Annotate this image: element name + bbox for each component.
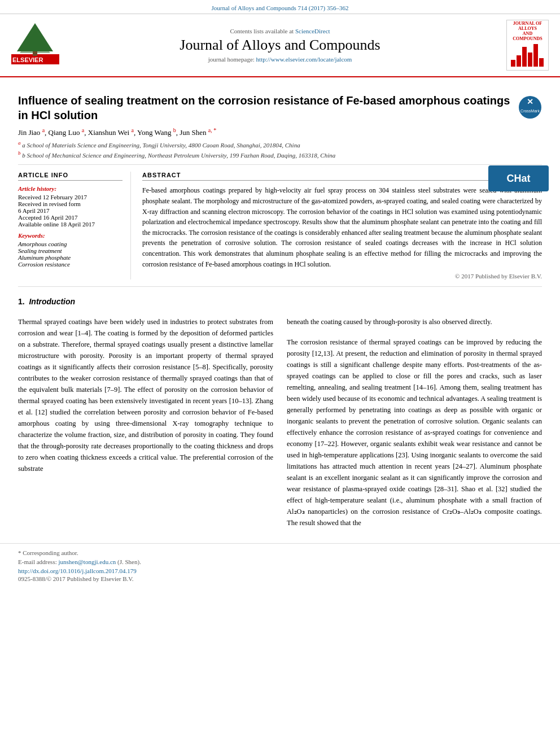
doi-link[interactable]: http://dx.doi.org/10.1016/j.jallcom.2017…: [18, 567, 542, 574]
intro-section: 1. Introduction Thermal sprayed coatings…: [18, 287, 542, 528]
available-date: Available online 18 April 2017: [18, 221, 123, 228]
contents-available: Contents lists available at ScienceDirec…: [62, 28, 498, 34]
main-content: Influence of sealing treatment on the co…: [0, 77, 560, 538]
crossmark-logo: ✕ CrossMark: [518, 95, 542, 119]
article-info: ARTICLE INFO Article history: Received 1…: [18, 172, 131, 279]
revised-date: 6 April 2017: [18, 207, 123, 214]
top-journal-bar: Journal of Alloys and Compounds 714 (201…: [0, 0, 560, 14]
issn-text: 0925-8388/© 2017 Published by Elsevier B…: [18, 575, 542, 582]
article-info-heading: ARTICLE INFO: [18, 172, 123, 181]
svg-text:✕: ✕: [527, 97, 533, 106]
journal-ref: Journal of Alloys and Compounds 714 (201…: [212, 5, 349, 11]
keywords-label: Keywords:: [18, 232, 123, 239]
bar1: [511, 60, 515, 67]
article-title: Influence of sealing treatment on the co…: [18, 93, 513, 123]
intro-text-col2-1: beneath the coating caused by through-po…: [287, 316, 542, 327]
article-title-text: Influence of sealing treatment on the co…: [18, 93, 513, 160]
journal-header: ELSEVIER Contents lists available at Sci…: [0, 14, 560, 77]
received-date: Received 12 February 2017: [18, 194, 123, 200]
keywords-section: Keywords: Amorphous coating Sealing trea…: [18, 232, 123, 268]
keyword-3: Aluminum phosphate: [18, 254, 123, 261]
intro-text-col2-2: The corrosion resistance of thermal spra…: [287, 337, 542, 528]
history-label: Article history:: [18, 185, 123, 192]
keyword-2: Sealing treatment: [18, 247, 123, 254]
section-header: 1. Introduction: [18, 297, 542, 306]
sciencedirect-link[interactable]: ScienceDirect: [295, 28, 330, 34]
keyword-1: Amorphous coating: [18, 241, 123, 247]
journal-logo-box: JOURNAL OF ALLOYS AND COMPOUNDS: [506, 20, 549, 71]
journal-center: Contents lists available at ScienceDirec…: [62, 28, 498, 63]
bar6: [539, 58, 544, 67]
svg-text:CrossMark: CrossMark: [520, 109, 540, 113]
intro-body: Thermal sprayed coatings have been widel…: [18, 309, 542, 528]
journal-title: Journal of Alloys and Compounds: [62, 37, 498, 54]
keyword-4: Corrosion resistance: [18, 261, 123, 268]
intro-col1: Thermal sprayed coatings have been widel…: [18, 316, 273, 528]
abstract-section: ABSTRACT Fe-based amorphous coatings pre…: [142, 172, 542, 279]
accepted-date: Accepted 16 April 2017: [18, 214, 123, 221]
email-link[interactable]: junshen@tongji.edu.cn: [58, 558, 116, 565]
affiliation-a: a a School of Materials Science and Engi…: [18, 139, 513, 150]
svg-rect-4: [33, 51, 37, 56]
logo-top-text: JOURNAL OF ALLOYS AND COMPOUNDS: [509, 21, 546, 41]
journal-logo-right: JOURNAL OF ALLOYS AND COMPOUNDS: [498, 20, 549, 71]
bar5: [533, 44, 538, 67]
abstract-heading: ABSTRACT: [142, 172, 542, 181]
email-note: E-mail address: junshen@tongji.edu.cn (J…: [18, 558, 542, 565]
homepage-link[interactable]: http://www.elsevier.com/locate/jalcom: [256, 56, 352, 63]
logo-bars: [511, 44, 545, 67]
chat-button[interactable]: CHat: [488, 165, 549, 191]
revised-label: Received in revised form: [18, 200, 123, 207]
svg-text:ELSEVIER: ELSEVIER: [12, 56, 43, 63]
article-info-abstract: ARTICLE INFO Article history: Received 1…: [18, 165, 542, 287]
abstract-copyright: © 2017 Published by Elsevier B.V.: [142, 273, 542, 279]
abstract-text: Fe-based amorphous coatings prepared by …: [142, 185, 542, 269]
authors: Jin Jiao a, Qiang Luo a, Xianshun Wei a,…: [18, 127, 513, 137]
intro-col2: beneath the coating caused by through-po…: [287, 316, 542, 528]
bar2: [517, 55, 521, 67]
affiliation-b: b b School of Mechanical Science and Eng…: [18, 150, 513, 160]
bar3: [522, 47, 527, 67]
journal-homepage: journal homepage: http://www.elsevier.co…: [62, 56, 498, 63]
page-footer: * Corresponding author. E-mail address: …: [0, 543, 560, 588]
article-title-section: Influence of sealing treatment on the co…: [18, 86, 542, 165]
corresponding-note: * Corresponding author.: [18, 549, 542, 556]
intro-text-col1: Thermal sprayed coatings have been widel…: [18, 316, 273, 474]
bar4: [528, 53, 532, 67]
elsevier-logo: ELSEVIER: [11, 20, 62, 71]
